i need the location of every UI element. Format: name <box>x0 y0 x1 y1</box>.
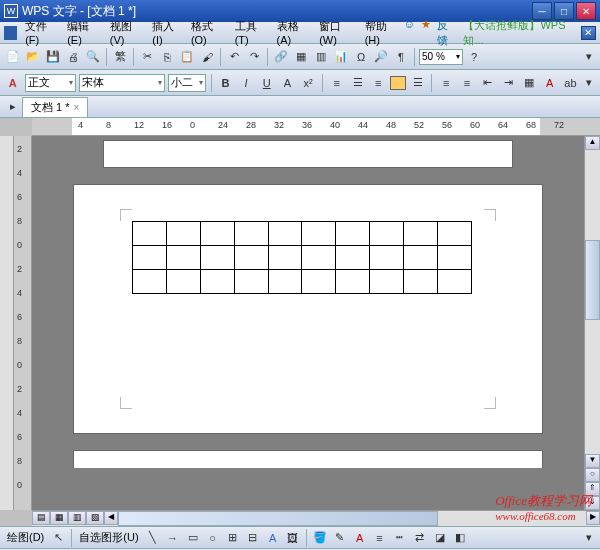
font-size-up-icon[interactable]: A <box>279 74 297 92</box>
3d-icon[interactable]: ◧ <box>451 529 469 547</box>
align-left-icon[interactable]: ≡ <box>328 74 346 92</box>
columns-icon[interactable]: ▥ <box>312 48 330 66</box>
indent-inc-icon[interactable]: ⇥ <box>500 74 518 92</box>
align-center-icon[interactable]: ☰ <box>349 74 367 92</box>
highlight-icon[interactable]: ab <box>562 74 580 92</box>
find-icon[interactable]: 🔎 <box>372 48 390 66</box>
preview-icon[interactable]: 🔍 <box>84 48 102 66</box>
outline-view-icon[interactable]: ▦ <box>50 511 68 525</box>
textbox-icon[interactable]: ⊞ <box>224 529 242 547</box>
show-marks-icon[interactable]: ¶ <box>392 48 410 66</box>
undo-icon[interactable]: ↶ <box>225 48 243 66</box>
print-icon[interactable]: 🖨 <box>64 48 82 66</box>
document-tab[interactable]: 文档 1 * × <box>22 97 88 117</box>
horizontal-ruler[interactable]: 481216024283236404448525660646872 <box>32 118 600 136</box>
menu-tools[interactable]: 工具(T) <box>231 17 273 48</box>
traditional-icon[interactable]: 繁 <box>111 48 129 66</box>
web-view-icon[interactable]: ▧ <box>86 511 104 525</box>
smiley-icon[interactable]: ☺ <box>404 18 415 48</box>
draw-menu[interactable]: 绘图(D) <box>4 530 47 545</box>
link-icon[interactable]: 🔗 <box>272 48 290 66</box>
help-icon[interactable]: ? <box>465 48 483 66</box>
scroll-down-icon[interactable]: ▼ <box>585 454 600 468</box>
scroll-left-icon[interactable]: ◀ <box>104 511 118 525</box>
redo-icon[interactable]: ↷ <box>245 48 263 66</box>
prev-page-bottom <box>103 140 513 168</box>
symbol-icon[interactable]: Ω <box>352 48 370 66</box>
normal-view-icon[interactable]: ▤ <box>32 511 50 525</box>
fill-color-icon[interactable]: 🪣 <box>311 529 329 547</box>
border-icon[interactable]: ▦ <box>520 74 538 92</box>
separator <box>133 48 134 66</box>
menu-window[interactable]: 窗口(W) <box>315 17 360 48</box>
size-combo[interactable]: 小二▾ <box>168 74 205 92</box>
shadow-icon[interactable]: ◪ <box>431 529 449 547</box>
hscroll-thumb[interactable] <box>118 511 438 526</box>
menu-edit[interactable]: 编辑(E) <box>63 17 106 48</box>
italic-icon[interactable]: I <box>237 74 255 92</box>
tab-list-icon[interactable]: ▸ <box>4 98 22 116</box>
indent-dec-icon[interactable]: ⇤ <box>479 74 497 92</box>
menu-help[interactable]: 帮助(H) <box>361 17 404 48</box>
font-color-icon[interactable]: A <box>541 74 559 92</box>
arrow-icon[interactable]: → <box>164 529 182 547</box>
new-icon[interactable]: 📄 <box>4 48 22 66</box>
align-right-icon[interactable]: ≡ <box>369 74 387 92</box>
menu-view[interactable]: 视图(V) <box>106 17 149 48</box>
menu-insert[interactable]: 插入(I) <box>148 17 187 48</box>
brush-icon[interactable]: 🖌 <box>198 48 216 66</box>
line-spacing-icon[interactable]: ☰ <box>409 74 427 92</box>
zoom-combo[interactable]: 50 %▾ <box>419 49 463 65</box>
menu-table[interactable]: 表格(A) <box>273 17 316 48</box>
vertical-scrollbar[interactable]: ▲ ▼ ○ ⇑ ⇓ <box>584 136 600 510</box>
line-icon[interactable]: ╲ <box>144 529 162 547</box>
star-icon[interactable]: ★ <box>421 18 431 48</box>
close-button[interactable]: ✕ <box>576 2 596 20</box>
wordart-icon[interactable]: A <box>264 529 282 547</box>
promo-link[interactable]: 【大话抢鲜版】WPS知... <box>463 18 576 48</box>
arrow-style-icon[interactable]: ⇄ <box>411 529 429 547</box>
tab-close-icon[interactable]: × <box>74 102 80 113</box>
line-style-icon[interactable]: ≡ <box>371 529 389 547</box>
open-icon[interactable]: 📂 <box>24 48 42 66</box>
autoshape-menu[interactable]: 自选图形(U) <box>76 530 141 545</box>
doc-close-button[interactable]: ✕ <box>581 26 596 40</box>
style-combo[interactable]: 正文▾ <box>25 74 76 92</box>
bullet-list-icon[interactable]: ≡ <box>458 74 476 92</box>
vertical-ruler[interactable]: 246802468024680 <box>14 136 32 510</box>
superscript-icon[interactable]: x² <box>299 74 317 92</box>
underline-icon[interactable]: U <box>258 74 276 92</box>
content-table[interactable] <box>132 221 472 294</box>
table-insert-icon[interactable]: ▦ <box>292 48 310 66</box>
rect-icon[interactable]: ▭ <box>184 529 202 547</box>
menu-format[interactable]: 格式(O) <box>187 17 231 48</box>
toolbar-overflow-icon[interactable]: ▾ <box>582 50 596 64</box>
highlight-color[interactable] <box>390 76 406 90</box>
browse-object-icon[interactable]: ○ <box>585 468 600 482</box>
bold-icon[interactable]: B <box>217 74 235 92</box>
page-view-icon[interactable]: ▥ <box>68 511 86 525</box>
document-area[interactable] <box>32 136 584 510</box>
line-color-icon[interactable]: ✎ <box>331 529 349 547</box>
numbered-list-icon[interactable]: ≡ <box>437 74 455 92</box>
draw-overflow-icon[interactable]: ▾ <box>582 531 596 545</box>
chart-icon[interactable]: 📊 <box>332 48 350 66</box>
scroll-thumb[interactable] <box>585 240 600 320</box>
picture-icon[interactable]: 🖼 <box>284 529 302 547</box>
menu-file[interactable]: 文件(F) <box>21 17 63 48</box>
oval-icon[interactable]: ○ <box>204 529 222 547</box>
left-gutter <box>0 136 14 510</box>
save-icon[interactable]: 💾 <box>44 48 62 66</box>
style-a-icon[interactable]: A <box>4 74 22 92</box>
feedback-link[interactable]: 反馈 <box>437 18 457 48</box>
vtextbox-icon[interactable]: ⊟ <box>244 529 262 547</box>
cut-icon[interactable]: ✂ <box>138 48 156 66</box>
font-combo[interactable]: 宋体▾ <box>79 74 165 92</box>
fmt-overflow-icon[interactable]: ▾ <box>582 76 596 90</box>
dash-style-icon[interactable]: ┅ <box>391 529 409 547</box>
paste-icon[interactable]: 📋 <box>178 48 196 66</box>
select-icon[interactable]: ↖ <box>49 529 67 547</box>
scroll-up-icon[interactable]: ▲ <box>585 136 600 150</box>
font-color-draw-icon[interactable]: A <box>351 529 369 547</box>
copy-icon[interactable]: ⎘ <box>158 48 176 66</box>
